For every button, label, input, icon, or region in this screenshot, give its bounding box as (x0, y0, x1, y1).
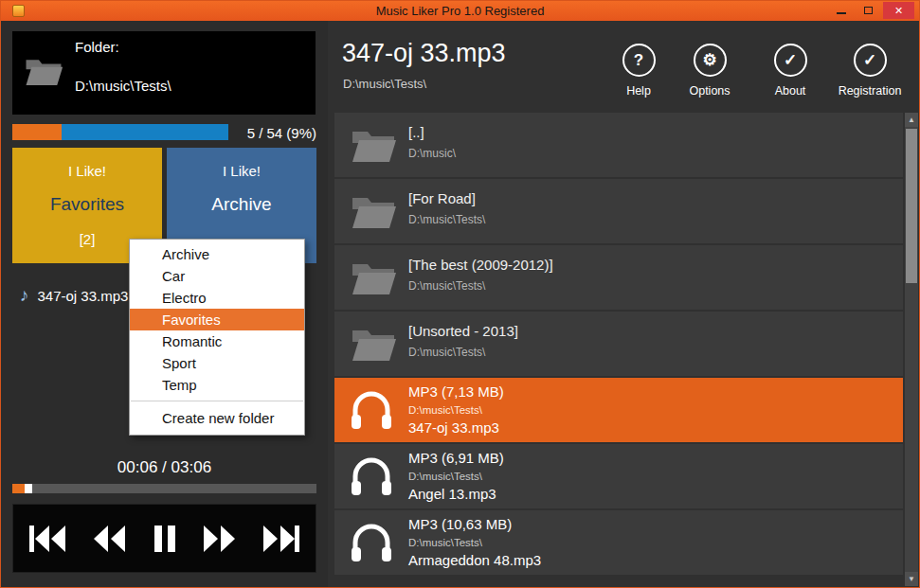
list-item-mp3[interactable]: MP3 (10,63 MB) D:\music\Tests\ Armageddo… (334, 510, 903, 575)
headphones-icon (350, 455, 393, 497)
item-filename: Armageddon 48.mp3 (408, 552, 541, 568)
menu-item-favorites[interactable]: Favorites (130, 309, 304, 330)
seek-played (12, 484, 25, 493)
minimize-icon (837, 12, 846, 14)
maximize-icon (864, 7, 873, 14)
music-note-icon: ♪ (20, 285, 29, 306)
list-item-folder[interactable]: [Unsorted - 2013] D:\music\Tests\ (334, 312, 903, 376)
list-item-mp3[interactable]: MP3 (6,91 MB) D:\music\Tests\ Angel 13.m… (334, 444, 903, 508)
folder-context-menu: Archive Car Electro Favorites Romantic S… (129, 239, 305, 436)
fast-forward-button[interactable] (203, 525, 237, 553)
skip-previous-button[interactable] (28, 525, 66, 553)
options-label: Options (674, 84, 746, 98)
file-list: [..] D:\music\ [For Road] D:\music\Tests… (334, 113, 903, 587)
folder-icon (24, 54, 63, 88)
list-item-folder[interactable]: [The best (2009-2012)] D:\music\Tests\ (334, 245, 903, 310)
pause-icon (153, 525, 177, 553)
current-file-title: 347-oj 33.mp3 (342, 39, 506, 68)
scan-progress-text: 5 / 54 (9%) (212, 125, 316, 141)
current-track-item[interactable]: ♪ 347-oj 33.mp3 (20, 284, 128, 307)
pause-button[interactable] (153, 525, 177, 553)
title-bar[interactable]: Music Liker Pro 1.0 Registered ✕ (1, 1, 919, 21)
item-path: D:\music\ (408, 147, 456, 160)
folder-icon (350, 125, 397, 165)
scroll-down-icon[interactable]: ▼ (905, 572, 918, 586)
playback-time: 00:06 / 03:06 (1, 458, 328, 477)
list-item-mp3-selected[interactable]: MP3 (7,13 MB) D:\music\Tests\ 347-oj 33.… (334, 378, 903, 442)
item-name: [For Road] (408, 190, 476, 206)
item-path: D:\music\Tests\ (408, 537, 482, 548)
skip-previous-icon (28, 525, 66, 553)
window-controls: ✕ (828, 2, 914, 19)
item-name: MP3 (6,91 MB) (408, 450, 504, 466)
seek-bar[interactable] (12, 484, 316, 493)
item-name: [The best (2009-2012)] (408, 257, 553, 273)
folder-icon (350, 191, 397, 231)
menu-item-sport[interactable]: Sport (130, 352, 304, 374)
item-path: D:\music\Tests\ (408, 346, 485, 359)
gear-icon: ⚙ (694, 44, 727, 77)
check-icon: ✓ (854, 44, 887, 77)
rewind-icon (92, 525, 126, 553)
scrollbar-thumb[interactable] (906, 129, 917, 283)
archive-name-label: Archive (167, 194, 316, 215)
list-scrollbar[interactable]: ▲ ▼ (905, 113, 918, 586)
scan-progress-fill (12, 124, 62, 140)
fast-forward-icon (203, 525, 237, 553)
folder-selector[interactable]: Folder: D:\music\Tests\ (12, 31, 316, 115)
menu-item-create-new-folder[interactable]: Create new folder (130, 406, 304, 431)
skip-next-icon (262, 525, 300, 553)
list-item-parent-folder[interactable]: [..] D:\music\ (334, 113, 903, 177)
menu-item-archive[interactable]: Archive (130, 243, 304, 265)
help-button[interactable]: ? Help (603, 44, 675, 98)
item-name: [..] (408, 124, 424, 140)
item-filename: 347-oj 33.mp3 (408, 419, 499, 436)
check-icon: ✓ (774, 44, 807, 77)
favorites-name-label: Favorites (12, 194, 162, 215)
menu-item-romantic[interactable]: Romantic (130, 330, 304, 352)
about-label: About (754, 84, 826, 98)
folder-path: D:\music\Tests\ (75, 78, 171, 94)
favorites-like-label: I Like! (12, 148, 162, 179)
registration-label: Registration (834, 84, 906, 98)
item-filename: Angel 13.mp3 (408, 486, 496, 502)
folder-icon (350, 324, 397, 364)
right-panel: 347-oj 33.mp3 D:\music\Tests\ ? Help ⚙ O… (328, 21, 919, 587)
headphones-icon (350, 389, 393, 431)
scan-progress-bar (12, 124, 228, 140)
window-title: Music Liker Pro 1.0 Registered (1, 4, 919, 18)
folder-icon (350, 258, 397, 297)
menu-separator (131, 401, 303, 401)
close-button[interactable]: ✕ (883, 2, 914, 19)
options-button[interactable]: ⚙ Options (674, 44, 746, 98)
current-track-name: 347-oj 33.mp3 (38, 288, 129, 304)
app-window: Music Liker Pro 1.0 Registered ✕ Folder:… (0, 0, 920, 588)
item-name: MP3 (10,63 MB) (408, 516, 512, 532)
skip-next-button[interactable] (262, 525, 300, 553)
seek-handle (25, 484, 32, 493)
menu-item-electro[interactable]: Electro (130, 287, 304, 309)
item-name: [Unsorted - 2013] (408, 323, 518, 339)
headphones-icon (350, 522, 393, 563)
list-item-folder[interactable]: [For Road] D:\music\Tests\ (334, 179, 903, 243)
rewind-button[interactable] (92, 525, 126, 553)
maximize-button[interactable] (856, 2, 881, 19)
menu-item-temp[interactable]: Temp (130, 374, 304, 396)
item-path: D:\music\Tests\ (408, 213, 485, 226)
item-name: MP3 (7,13 MB) (408, 383, 504, 400)
registration-button[interactable]: ✓ Registration (834, 44, 906, 98)
archive-like-label: I Like! (167, 148, 316, 179)
scroll-up-icon[interactable]: ▲ (905, 113, 918, 127)
folder-label: Folder: (75, 39, 119, 55)
about-button[interactable]: ✓ About (754, 44, 826, 98)
menu-item-car[interactable]: Car (130, 265, 304, 287)
current-file-path: D:\music\Tests\ (343, 77, 426, 91)
minimize-button[interactable] (828, 2, 854, 19)
help-icon: ? (622, 44, 656, 77)
item-path: D:\music\Tests\ (408, 471, 482, 482)
playback-controls (12, 504, 316, 573)
help-label: Help (603, 84, 675, 98)
item-path: D:\music\Tests\ (408, 279, 485, 293)
item-path: D:\music\Tests\ (408, 404, 482, 416)
